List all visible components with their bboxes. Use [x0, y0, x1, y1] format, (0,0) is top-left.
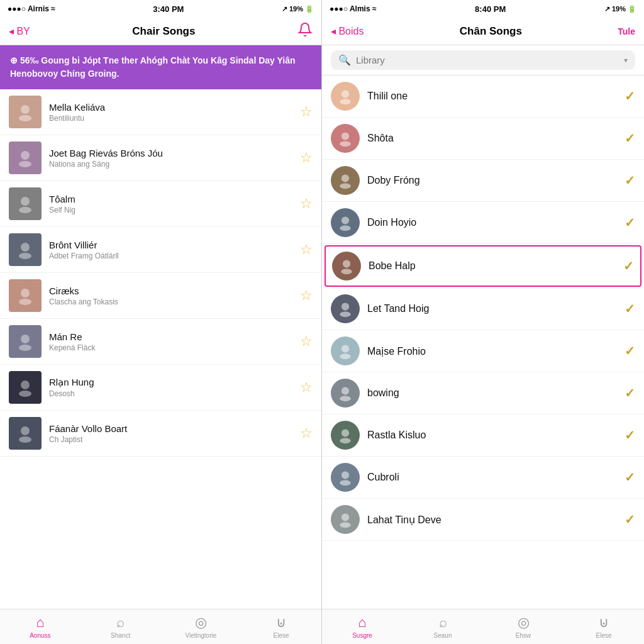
- song-item[interactable]: Fáanàr Vollo Boart Ch Japtist ☆: [0, 411, 321, 457]
- contact-item[interactable]: Thilil one ✓: [322, 75, 644, 118]
- song-title: Brônt Villiér: [49, 240, 292, 250]
- star-icon[interactable]: ☆: [300, 196, 313, 212]
- left-tab-vietingtorie[interactable]: ◎ Vietingtorie: [161, 609, 242, 644]
- song-info: Joet Bag Rievás Bróns Jóu Nationa ang Sá…: [49, 148, 292, 169]
- star-icon[interactable]: ☆: [300, 104, 313, 120]
- tab-icon: ⊍: [276, 614, 286, 631]
- right-status-battery: ↗ 19% 🔋: [604, 5, 636, 13]
- song-title: Fáanàr Vollo Boart: [49, 423, 292, 434]
- contact-item[interactable]: Doby Fróng ✓: [322, 160, 644, 202]
- contact-item[interactable]: bowing ✓: [322, 372, 644, 414]
- contact-name: Thilil one: [367, 91, 617, 102]
- right-tab-elese[interactable]: ⊍ Elese: [564, 609, 644, 644]
- contact-item[interactable]: Let Tand Hoig ✓: [322, 288, 644, 330]
- contact-name: Bobe Halp: [369, 260, 616, 272]
- left-status-bar: ●●●○ Airnis ≈ 3:40 PM ↗ 19% 🔋: [0, 0, 321, 18]
- contact-name: Cubroli: [367, 472, 617, 483]
- song-item[interactable]: Mán Re Kepená Flàck ☆: [0, 319, 321, 365]
- star-icon[interactable]: ☆: [300, 287, 313, 304]
- song-info: Rlạn Hung Desosh: [49, 377, 292, 398]
- left-nav-title: Chair Songs: [132, 25, 195, 38]
- svg-point-33: [340, 438, 351, 443]
- contact-item[interactable]: Rastla Kisluo ✓: [322, 414, 644, 457]
- left-phone-screen: ●●●○ Airnis ≈ 3:40 PM ↗ 19% 🔋 ◂ BY Chair…: [0, 0, 322, 644]
- right-tab-bar: ⌂ Susgre ⌕ Seaun ◎ Ehsw ⊍ Elese: [322, 609, 644, 644]
- left-tab-elese[interactable]: ⊍ Elese: [241, 609, 321, 644]
- contact-list: Thilil one ✓ Shôta ✓ Doby Fróng ✓ Doin H…: [322, 75, 644, 609]
- tab-label: Aonuss: [30, 632, 50, 639]
- svg-point-27: [340, 311, 351, 317]
- star-icon[interactable]: ☆: [300, 150, 313, 166]
- contact-avatar: [331, 505, 360, 534]
- right-tab-ehsw[interactable]: ◎ Ehsw: [483, 609, 564, 644]
- right-tab-seaun[interactable]: ⌕ Seaun: [402, 609, 483, 644]
- song-title: Tôalm: [49, 194, 292, 204]
- contact-item[interactable]: Maịse Frohio ✓: [322, 330, 644, 372]
- svg-point-9: [19, 299, 31, 305]
- checkmark-icon: ✓: [623, 258, 634, 274]
- tab-label: Ehsw: [516, 632, 531, 639]
- song-item[interactable]: Rlạn Hung Desosh ☆: [0, 365, 321, 411]
- right-tab-susgre[interactable]: ⌂ Susgre: [322, 609, 402, 644]
- right-nav-action-button[interactable]: Tule: [618, 26, 635, 36]
- song-info: Ciræks Clascha ang Tokasis: [49, 286, 292, 306]
- svg-point-12: [21, 380, 30, 389]
- right-back-button[interactable]: ◂ Boids: [331, 25, 364, 37]
- song-thumb: [9, 233, 42, 266]
- star-icon[interactable]: ☆: [300, 242, 313, 258]
- song-subtitle: Bentiliuntu: [49, 114, 292, 123]
- star-icon[interactable]: ☆: [300, 425, 313, 441]
- checkmark-icon: ✓: [625, 343, 635, 358]
- left-status-time: 3:40 PM: [153, 4, 184, 14]
- song-item[interactable]: Joet Bag Rievás Bróns Jóu Nationa ang Sá…: [0, 135, 321, 181]
- contact-item[interactable]: Cubroli ✓: [322, 457, 644, 499]
- star-icon[interactable]: ☆: [300, 333, 313, 350]
- tab-icon: ⌕: [116, 614, 125, 631]
- svg-point-6: [21, 243, 30, 252]
- song-subtitle: Ch Japtist: [49, 435, 292, 444]
- svg-point-32: [341, 429, 349, 436]
- contact-name: Rastla Kisluo: [367, 430, 617, 441]
- contact-name: Maịse Frohio: [367, 345, 617, 357]
- checkmark-icon: ✓: [625, 215, 635, 230]
- svg-point-31: [340, 396, 351, 401]
- contact-item[interactable]: Shôta ✓: [322, 118, 644, 160]
- contact-item[interactable]: Doin Hoyio ✓: [322, 202, 644, 244]
- song-item[interactable]: Ciræks Clascha ang Tokasis ☆: [0, 273, 321, 319]
- search-input-wrap[interactable]: 🔍 ▾: [331, 50, 635, 70]
- contact-avatar: [331, 463, 360, 492]
- tab-label: Elese: [274, 632, 289, 639]
- contact-avatar: [331, 294, 360, 323]
- contact-avatar: [331, 124, 360, 153]
- song-thumb: [9, 96, 42, 128]
- svg-point-30: [341, 387, 349, 394]
- song-title: Ciræks: [49, 286, 292, 296]
- tab-icon: ◎: [195, 614, 207, 631]
- left-back-button[interactable]: ◂ BY: [9, 25, 30, 37]
- tab-label: Seaun: [434, 632, 452, 639]
- song-list: Mella Keliáva Bentiliuntu ☆ Joet Bag Rie…: [0, 89, 321, 609]
- tab-icon: ⌕: [439, 614, 447, 631]
- contact-avatar: [331, 379, 360, 408]
- left-tab-shanct[interactable]: ⌕ Shanct: [80, 609, 161, 644]
- contact-item[interactable]: Bobe Halp ✓: [325, 245, 641, 287]
- song-title: Joet Bag Rievás Bróns Jóu: [49, 148, 292, 158]
- svg-point-25: [341, 269, 352, 274]
- svg-point-0: [21, 105, 30, 114]
- search-input[interactable]: [356, 55, 619, 65]
- svg-point-11: [19, 345, 31, 351]
- song-item[interactable]: Tôalm Self Nig ☆: [0, 181, 321, 227]
- song-item[interactable]: Brônt Villiér Adbet Framg Oátlárll ☆: [0, 227, 321, 273]
- left-nav-action-icon[interactable]: [297, 22, 313, 41]
- song-subtitle: Clascha ang Tokasis: [49, 297, 292, 306]
- tab-label: Shanct: [111, 632, 130, 639]
- star-icon[interactable]: ☆: [300, 379, 313, 396]
- contact-item[interactable]: Lahat Tinụ Deve ✓: [322, 499, 644, 541]
- svg-point-2: [21, 151, 30, 160]
- song-subtitle: Adbet Framg Oátlárll: [49, 252, 292, 260]
- left-tab-aonuss[interactable]: ⌂ Aonuss: [0, 609, 80, 644]
- svg-point-28: [341, 345, 349, 352]
- contact-name: Doin Hoyio: [367, 217, 617, 228]
- song-item[interactable]: Mella Keliáva Bentiliuntu ☆: [0, 89, 321, 135]
- svg-point-36: [341, 513, 349, 521]
